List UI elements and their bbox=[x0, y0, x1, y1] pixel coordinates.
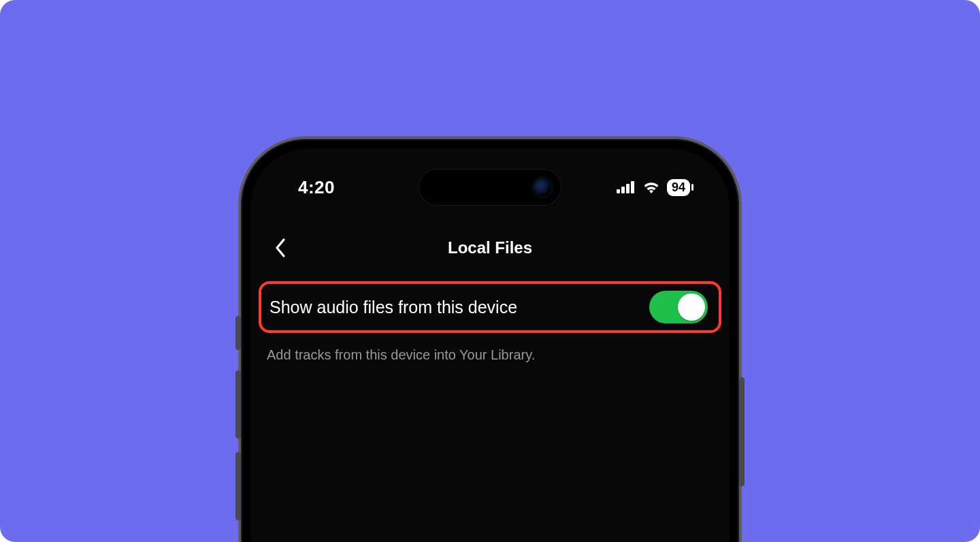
nav-bar: Local Files bbox=[250, 230, 730, 266]
svg-rect-3 bbox=[631, 181, 634, 193]
phone-side-button bbox=[235, 370, 241, 439]
phone-side-button bbox=[739, 377, 745, 486]
page-title: Local Files bbox=[448, 238, 532, 257]
page-background: 4:20 bbox=[0, 0, 980, 542]
phone-frame: 4:20 bbox=[238, 136, 742, 542]
setting-row-show-audio-files[interactable]: Show audio files from this device bbox=[259, 281, 721, 333]
phone-side-button bbox=[235, 316, 241, 350]
toggle-knob bbox=[678, 293, 705, 321]
svg-rect-0 bbox=[617, 189, 620, 193]
setting-description: Add tracks from this device into Your Li… bbox=[267, 347, 713, 363]
phone-side-button bbox=[235, 452, 241, 520]
svg-rect-1 bbox=[621, 187, 625, 193]
battery-indicator: 94 bbox=[667, 179, 690, 196]
front-camera-icon bbox=[534, 178, 551, 196]
wifi-icon bbox=[642, 180, 660, 194]
back-button[interactable] bbox=[267, 234, 294, 261]
svg-rect-2 bbox=[626, 184, 630, 193]
status-time: 4:20 bbox=[298, 177, 335, 198]
cellular-signal-icon bbox=[617, 181, 636, 193]
chevron-left-icon bbox=[274, 238, 287, 258]
dynamic-island bbox=[419, 169, 561, 206]
show-audio-files-toggle[interactable] bbox=[649, 291, 708, 323]
battery-percent: 94 bbox=[672, 180, 685, 195]
phone-screen: 4:20 bbox=[250, 148, 730, 542]
setting-label: Show audio files from this device bbox=[270, 298, 649, 317]
